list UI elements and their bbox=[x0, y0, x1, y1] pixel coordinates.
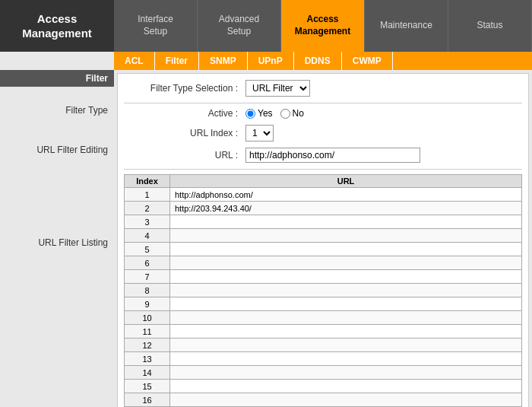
url-index-select[interactable]: 1234 5678 bbox=[245, 125, 274, 141]
table-cell-index: 1 bbox=[125, 188, 170, 202]
subnav-ddns[interactable]: DDNS bbox=[294, 52, 342, 70]
table-cell-url bbox=[170, 243, 522, 256]
nav-tab-maintenance[interactable]: Maintenance bbox=[365, 0, 448, 52]
active-no-label[interactable]: No bbox=[280, 108, 304, 119]
brand-text: AccessManagement bbox=[22, 11, 92, 41]
left-sidebar: Filter Filter Type URL Filter Editing UR… bbox=[0, 70, 114, 407]
nav-tab-interface-setup[interactable]: InterfaceSetup bbox=[114, 0, 198, 52]
table-header-index: Index bbox=[125, 175, 170, 188]
divider-1 bbox=[124, 103, 522, 103]
nav-tab-advanced-setup[interactable]: AdvancedSetup bbox=[198, 0, 281, 52]
table-cell-index: 4 bbox=[125, 229, 170, 243]
table-cell-url: http://203.94.243.40/ bbox=[170, 202, 522, 215]
table-cell-url bbox=[170, 352, 522, 366]
sidebar-section-filter: Filter bbox=[0, 70, 114, 87]
table-cell-url bbox=[170, 284, 522, 297]
table-cell-url: http://adphonso.com/ bbox=[170, 188, 522, 202]
sidebar-label-url-filter-editing: URL Filter Editing bbox=[0, 141, 114, 158]
filter-type-select[interactable]: URL Filter Host Filter bbox=[245, 80, 310, 97]
table-row: 3 bbox=[125, 215, 522, 229]
subnav-snmp[interactable]: SNMP bbox=[199, 52, 248, 70]
url-row: URL : bbox=[124, 148, 522, 163]
active-yes-label[interactable]: Yes bbox=[245, 108, 273, 119]
table-cell-index: 3 bbox=[125, 215, 170, 229]
sidebar-label-filter-type: Filter Type bbox=[0, 102, 114, 119]
table-row: 7 bbox=[125, 270, 522, 284]
table-cell-url bbox=[170, 229, 522, 243]
table-cell-index: 15 bbox=[125, 380, 170, 393]
table-cell-url bbox=[170, 366, 522, 380]
divider-2 bbox=[124, 169, 522, 170]
table-cell-url bbox=[170, 215, 522, 229]
table-row: 12 bbox=[125, 339, 522, 352]
table-cell-url bbox=[170, 325, 522, 339]
main-nav-tabs: InterfaceSetup AdvancedSetup Access Mana… bbox=[114, 0, 532, 52]
table-row: 5 bbox=[125, 243, 522, 256]
table-cell-url bbox=[170, 311, 522, 325]
url-index-label: URL Index : bbox=[124, 128, 245, 138]
filter-type-selection-label: Filter Type Selection : bbox=[124, 83, 245, 94]
table-cell-index: 9 bbox=[125, 297, 170, 311]
main-content: Filter Filter Type URL Filter Editing UR… bbox=[0, 70, 532, 407]
subnav-acl[interactable]: ACL bbox=[114, 52, 155, 70]
table-cell-index: 6 bbox=[125, 256, 170, 270]
nav-tab-access-management[interactable]: Access Management bbox=[281, 0, 365, 52]
table-row: 14 bbox=[125, 366, 522, 380]
sidebar-label-url-filter-listing: URL Filter Listing bbox=[0, 234, 114, 251]
subnav-cwmp[interactable]: CWMP bbox=[342, 52, 393, 70]
subnav-upnp[interactable]: UPnP bbox=[248, 52, 294, 70]
table-row: 2http://203.94.243.40/ bbox=[125, 202, 522, 215]
brand-logo: AccessManagement bbox=[0, 0, 114, 52]
active-label: Active : bbox=[124, 108, 245, 119]
nav-tab-status[interactable]: Status bbox=[448, 0, 532, 52]
table-cell-index: 14 bbox=[125, 366, 170, 380]
table-cell-index: 13 bbox=[125, 352, 170, 366]
table-row: 16 bbox=[125, 393, 522, 407]
table-header-url: URL bbox=[170, 175, 522, 188]
active-row: Active : Yes No bbox=[124, 108, 522, 119]
table-row: 11 bbox=[125, 325, 522, 339]
filter-type-row: Filter Type Selection : URL Filter Host … bbox=[124, 80, 522, 97]
form-area: Filter Type Selection : URL Filter Host … bbox=[117, 73, 529, 407]
table-row: 8 bbox=[125, 284, 522, 297]
table-cell-url bbox=[170, 256, 522, 270]
filter-table: Index URL 1http://adphonso.com/2http://2… bbox=[124, 174, 522, 407]
top-navigation: AccessManagement InterfaceSetup Advanced… bbox=[0, 0, 532, 52]
url-input[interactable] bbox=[245, 148, 420, 163]
table-row: 15 bbox=[125, 380, 522, 393]
table-cell-index: 7 bbox=[125, 270, 170, 284]
table-cell-index: 2 bbox=[125, 202, 170, 215]
subnav-filter[interactable]: Filter bbox=[155, 52, 199, 70]
table-cell-index: 12 bbox=[125, 339, 170, 352]
active-radio-group: Yes No bbox=[245, 108, 304, 119]
table-row: 13 bbox=[125, 352, 522, 366]
table-cell-index: 16 bbox=[125, 393, 170, 407]
sub-navigation: ACL Filter SNMP UPnP DDNS CWMP bbox=[114, 52, 532, 70]
table-cell-index: 10 bbox=[125, 311, 170, 325]
url-index-row: URL Index : 1234 5678 bbox=[124, 125, 522, 141]
table-cell-url bbox=[170, 393, 522, 407]
table-cell-url bbox=[170, 297, 522, 311]
url-label: URL : bbox=[124, 150, 245, 161]
table-cell-url bbox=[170, 380, 522, 393]
active-yes-radio[interactable] bbox=[245, 109, 255, 119]
table-row: 9 bbox=[125, 297, 522, 311]
table-row: 1http://adphonso.com/ bbox=[125, 188, 522, 202]
table-row: 4 bbox=[125, 229, 522, 243]
table-cell-index: 11 bbox=[125, 325, 170, 339]
active-no-radio[interactable] bbox=[280, 109, 290, 119]
table-cell-url bbox=[170, 270, 522, 284]
table-cell-url bbox=[170, 339, 522, 352]
table-row: 6 bbox=[125, 256, 522, 270]
table-cell-index: 8 bbox=[125, 284, 170, 297]
table-row: 10 bbox=[125, 311, 522, 325]
table-cell-index: 5 bbox=[125, 243, 170, 256]
